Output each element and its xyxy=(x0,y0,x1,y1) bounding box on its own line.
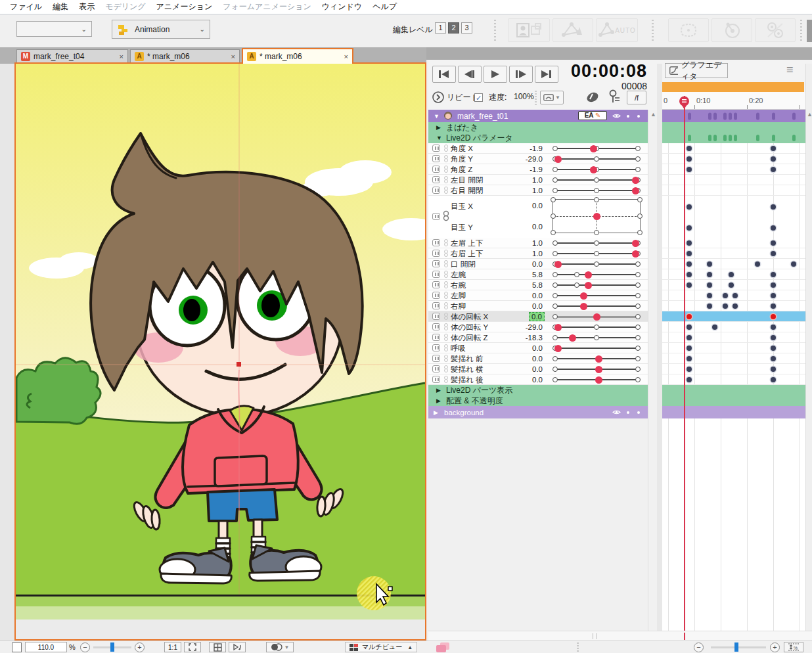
viewport-zoom-slider[interactable] xyxy=(93,646,131,648)
slider-knob[interactable] xyxy=(593,313,600,321)
param-row-体の回転 Y[interactable]: 体の回転 Y -29.0 xyxy=(428,322,648,332)
keyframe-dot[interactable] xyxy=(687,346,692,351)
edit-level-1-button[interactable]: 1 xyxy=(435,22,446,34)
keyframe-dot[interactable] xyxy=(687,335,692,340)
keyframe-dot[interactable] xyxy=(771,204,776,210)
keyframe-dot[interactable] xyxy=(771,272,776,277)
playhead-line[interactable] xyxy=(684,96,685,631)
keyframe-dot[interactable] xyxy=(707,261,712,267)
slider-knob[interactable] xyxy=(632,240,639,247)
slider-knob[interactable] xyxy=(554,156,562,163)
keyframe-pill[interactable] xyxy=(729,112,732,120)
keyframe-dot[interactable] xyxy=(771,304,776,309)
scene-folder-icon[interactable] xyxy=(436,642,451,652)
keyframe-dot[interactable] xyxy=(771,251,776,256)
link-icon[interactable] xyxy=(443,260,449,267)
slider-knob[interactable] xyxy=(585,282,592,289)
mode-combo[interactable]: Animation ⌄ xyxy=(112,20,210,39)
param-row-eyeballs[interactable]: 目玉 X0.0 目玉 Y0.0 xyxy=(428,196,648,238)
param-row-左脚[interactable]: 左脚 0.0 xyxy=(428,290,648,301)
section-配置 & 不透明度[interactable]: ▶ 配置 & 不透明度 xyxy=(428,395,648,406)
visibility-eye-icon[interactable] xyxy=(612,409,621,417)
keyframe-dot[interactable] xyxy=(687,240,692,246)
row-height-button[interactable]: % xyxy=(784,642,803,652)
param-row-髪揺れ 前[interactable]: 髪揺れ 前 0.0 xyxy=(428,353,648,364)
param-row-左腕[interactable]: 左腕 5.8 xyxy=(428,269,648,280)
link-icon[interactable] xyxy=(443,323,449,330)
background-color-swatch[interactable] xyxy=(12,642,22,652)
anchor-point[interactable] xyxy=(237,362,241,367)
keyframe-dot[interactable] xyxy=(707,293,712,298)
timeline-scrollbar[interactable]: ▲ xyxy=(805,64,812,631)
keyframe-dot[interactable] xyxy=(771,225,776,231)
keyframe-toggle-icon[interactable] xyxy=(432,155,440,162)
param-row-口 開閉[interactable]: 口 開閉 0.0 xyxy=(428,259,648,269)
animation-viewport[interactable] xyxy=(14,62,426,641)
keyframe-dot[interactable] xyxy=(771,167,776,172)
expand-triangle-icon[interactable]: ▶ xyxy=(436,387,441,394)
close-icon[interactable]: × xyxy=(338,53,348,60)
grid-toggle-button[interactable] xyxy=(209,642,226,652)
keyframe-pill[interactable] xyxy=(756,112,759,120)
lock-indicator-dot[interactable] xyxy=(627,411,629,414)
keyframe-dot[interactable] xyxy=(771,356,776,361)
link-icon[interactable] xyxy=(443,176,449,183)
timeline-zoom-out-icon[interactable]: − xyxy=(694,642,704,652)
param-value[interactable]: 5.8 xyxy=(532,271,543,279)
link-icon[interactable] xyxy=(443,166,449,173)
param-value[interactable]: 1.0 xyxy=(532,176,543,184)
keyframe-toggle-icon[interactable] xyxy=(432,213,440,220)
param-value[interactable]: 0.0 xyxy=(532,302,543,310)
slider-knob[interactable] xyxy=(554,261,562,268)
keyframe-dot[interactable] xyxy=(687,251,692,256)
expand-triangle-icon[interactable]: ▶ xyxy=(434,409,438,416)
keyframe-pill[interactable] xyxy=(713,135,717,141)
ea-edit-badge[interactable]: EA ✎ xyxy=(578,111,607,120)
timeline-minimap[interactable] xyxy=(428,631,812,641)
track-mark_free_t01[interactable]: ▼mark_free_t01 EA ✎ xyxy=(428,110,648,122)
slider-knob[interactable] xyxy=(595,355,602,363)
collapse-triangle-icon[interactable]: ▼ xyxy=(436,135,442,141)
param-row-呼吸[interactable]: 呼吸 0.0 xyxy=(428,343,648,353)
keyframe-pill[interactable] xyxy=(756,135,759,141)
stage-canvas[interactable] xyxy=(16,64,425,639)
keyframe-dot[interactable] xyxy=(687,314,692,319)
slider-knob[interactable] xyxy=(580,292,587,300)
keyframe-toggle-icon[interactable] xyxy=(432,302,440,309)
panel-menu-icon[interactable]: ≡ xyxy=(786,65,801,76)
keyframe-pill[interactable] xyxy=(734,112,737,120)
keyframe-dot[interactable] xyxy=(687,146,692,151)
section-Live2D パラメータ[interactable]: ▼ Live2D パラメータ xyxy=(428,133,648,143)
blend-display-button[interactable]: ▼ xyxy=(266,642,294,652)
link-icon[interactable] xyxy=(443,281,449,288)
link-icon[interactable] xyxy=(443,187,449,194)
slider-knob[interactable] xyxy=(632,177,639,184)
param-value[interactable]: -1.9 xyxy=(530,145,543,152)
step-back-button[interactable] xyxy=(458,66,482,83)
keyframe-pill[interactable] xyxy=(708,135,711,141)
keyframe-pill[interactable] xyxy=(734,135,737,141)
flip-view-button[interactable] xyxy=(229,642,246,652)
param-row-体の回転 Z[interactable]: 体の回転 Z -18.3 xyxy=(428,332,648,343)
timeline-zoom-handle[interactable] xyxy=(734,642,738,652)
param-value[interactable]: 0.0 xyxy=(529,312,545,321)
repeat-checkbox[interactable]: ✓ xyxy=(474,93,483,102)
link-icon[interactable] xyxy=(443,344,449,351)
keyframe-toggle-icon[interactable] xyxy=(432,145,440,152)
keyframe-toggle-icon[interactable] xyxy=(432,365,440,372)
keyframe-pill[interactable] xyxy=(688,135,691,141)
param-row-右脚[interactable]: 右脚 0.0 xyxy=(428,301,648,311)
param-value[interactable]: 0.0 xyxy=(532,202,543,210)
step-forward-button[interactable] xyxy=(509,66,533,83)
param-row-右目 開閉[interactable]: 右目 開閉 1.0 xyxy=(428,185,648,196)
timeline-zoom-in-icon[interactable]: + xyxy=(770,642,780,652)
link-icon[interactable] xyxy=(443,155,449,162)
keyframe-toggle-icon[interactable] xyxy=(432,376,440,383)
keyframe-dot[interactable] xyxy=(723,304,728,309)
keyframe-dot[interactable] xyxy=(733,293,738,298)
keyframe-dot[interactable] xyxy=(707,282,712,288)
param-value[interactable]: 0.0 xyxy=(532,223,543,231)
keyframe-toggle-icon[interactable] xyxy=(432,187,440,194)
graph-editor-button[interactable]: グラフエディタ xyxy=(665,63,728,78)
keyframe-dot[interactable] xyxy=(791,261,796,267)
